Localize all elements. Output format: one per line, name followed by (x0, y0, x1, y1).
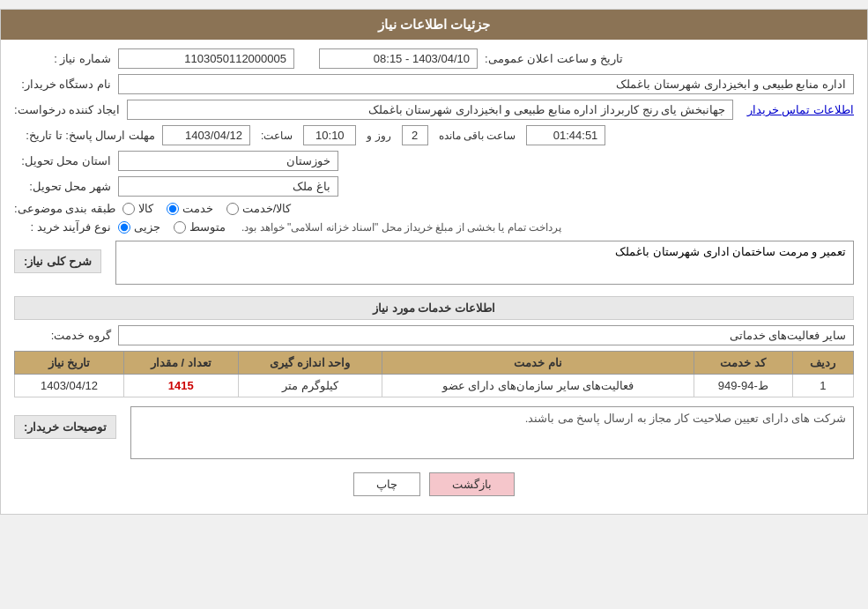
response-date-value: 1403/04/12 (162, 125, 250, 145)
cell-service-code: ط-94-949 (694, 375, 793, 397)
buyer-desc-label: توصیحات خریدار: (14, 415, 116, 439)
category-kala[interactable]: کالا (122, 202, 153, 215)
province-label: استان محل تحویل: (14, 154, 111, 167)
col-quantity: تعداد / مقدار (123, 352, 238, 375)
process-type-radio-group: متوسط جزیی (118, 220, 226, 234)
cell-unit: کیلوگرم متر (238, 375, 382, 397)
need-number-label: شماره نیاز : (14, 52, 111, 65)
col-unit: واحد اندازه گیری (238, 352, 382, 375)
col-date: تاریخ نیاز (15, 352, 124, 375)
service-group-label: گروه خدمت: (14, 329, 111, 342)
response-time-value: 10:10 (303, 125, 356, 145)
response-remaining-label: ساعت باقی مانده (439, 130, 516, 142)
category-khedmat[interactable]: خدمت (167, 202, 213, 215)
city-label: شهر محل تحویل: (14, 180, 111, 193)
col-row-num: ردیف (792, 352, 853, 375)
announce-datetime-value: 1403/04/10 - 08:15 (319, 48, 478, 69)
city-value: باغ ملک (118, 176, 338, 197)
announce-datetime-label: تاریخ و ساعت اعلان عمومی: (485, 52, 623, 65)
service-table: ردیف کد خدمت نام خدمت واحد اندازه گیری ت… (14, 351, 854, 397)
col-service-name: نام خدمت (382, 352, 694, 375)
cell-service-name: فعالیت‌های سایر سازمان‌های دارای عضو (382, 375, 694, 397)
need-summary-textarea[interactable]: تعمیر و مرمت ساختمان اداری شهرستان باغمل… (115, 241, 854, 285)
page-title: جزئیات اطلاعات نیاز (378, 17, 490, 32)
cell-quantity: 1415 (123, 375, 238, 397)
col-service-code: کد خدمت (694, 352, 793, 375)
process-note: پرداخت تمام یا بخشی از مبلغ خریداز محل "… (241, 221, 561, 234)
print-button[interactable]: چاپ (353, 472, 420, 496)
page-header: جزئیات اطلاعات نیاز (1, 10, 867, 40)
process-type-label: نوع فرآیند خرید : (14, 220, 111, 234)
buyer-org-value: اداره منابع طبیعی و ابخیزداری شهرستان با… (118, 74, 854, 94)
service-info-header: اطلاعات خدمات مورد نیاز (14, 296, 854, 320)
process-motavasset[interactable]: متوسط (174, 220, 226, 234)
response-days-value: 2 (402, 125, 428, 145)
need-summary-label: شرح کلی نیاز: (14, 249, 101, 273)
process-jozi[interactable]: جزیی (118, 220, 160, 234)
response-time-label: ساعت: (261, 130, 293, 142)
category-kala-khedmat[interactable]: کالا/خدمت (226, 202, 292, 215)
button-row: بازگشت چاپ (14, 472, 854, 496)
response-days-label: روز و (367, 130, 390, 142)
buyer-org-label: نام دستگاه خریدار: (14, 78, 111, 91)
cell-date: 1403/04/12 (15, 375, 124, 397)
response-remaining-value: 01:44:51 (526, 125, 605, 145)
category-radio-group: کالا/خدمت خدمت کالا (122, 202, 292, 215)
buyer-desc-value: شرکت های دارای تعیین صلاحیت کار مجاز به … (130, 406, 854, 459)
need-number-value: 1103050112000005 (118, 48, 294, 69)
contact-link[interactable]: اطلاعات تماس خریدار (747, 103, 854, 116)
cell-row-num: 1 (792, 375, 853, 397)
category-label: طبقه بندی موضوعی: (14, 202, 115, 215)
table-row: 1 ط-94-949 فعالیت‌های سایر سازمان‌های دا… (15, 375, 854, 397)
creator-label: ایجاد کننده درخواست: (14, 103, 120, 116)
creator-value: جهانبخش یای رنج کاربرداز اداره منابع طبی… (127, 100, 733, 120)
province-value: خوزستان (118, 151, 338, 171)
response-deadline-label: مهلت ارسال پاسخ: تا تاریخ: (14, 129, 155, 142)
back-button[interactable]: بازگشت (429, 472, 515, 496)
service-group-value: سایر فعالیت‌های خدماتی (118, 325, 854, 345)
